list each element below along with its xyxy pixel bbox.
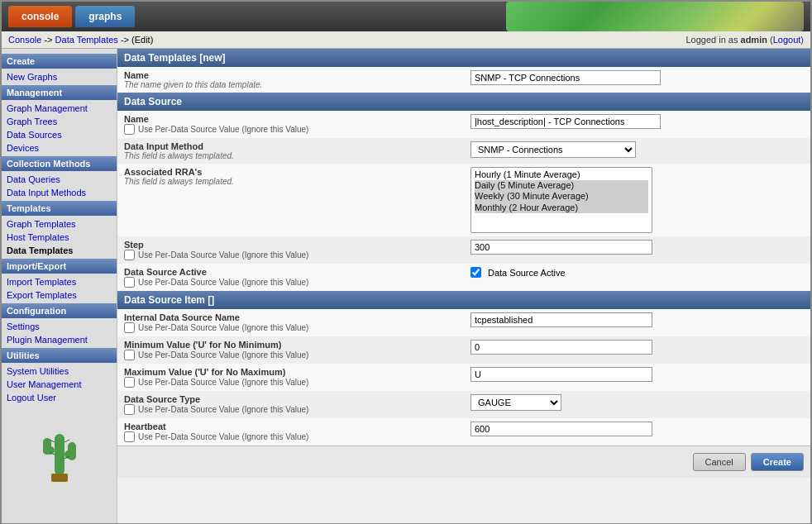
rra-option-weekly[interactable]: Weekly (30 Minute Average) <box>475 191 648 202</box>
internal-ds-name-checkbox-text: Use Per-Data Source Value (Ignore this V… <box>138 323 308 332</box>
data-input-method-select[interactable]: SNMP - Connections <box>470 141 636 158</box>
ds-active-check-cell: Data Source Active <box>464 264 810 291</box>
max-value-row: Maximum Value ('U' for No Maximum) Use P… <box>117 364 810 391</box>
ds-type-checkbox[interactable] <box>124 404 135 415</box>
breadcrumb-arrow2: -> <box>121 35 129 45</box>
sidebar-item-user-management[interactable]: User Management <box>2 378 117 391</box>
rra-listbox[interactable]: Hourly (1 Minute Average) Daily (5 Minut… <box>470 167 652 233</box>
create-button[interactable]: Create <box>751 453 804 471</box>
svg-line-6 <box>64 440 69 442</box>
cancel-button[interactable]: Cancel <box>693 453 746 471</box>
name-label-cell: Name The name given to this data templat… <box>117 67 464 93</box>
sidebar-item-plugin-management[interactable]: Plugin Management <box>2 333 117 346</box>
heartbeat-checkbox[interactable] <box>124 431 135 442</box>
max-value-input-cell <box>464 364 810 391</box>
heartbeat-label-cell: Heartbeat Use Per-Data Source Value (Ign… <box>117 418 464 445</box>
step-input[interactable] <box>470 240 652 255</box>
breadcrumb-data-templates[interactable]: Data Templates <box>55 35 118 45</box>
sidebar: Create New Graphs Management Graph Manag… <box>2 49 117 523</box>
max-value-checkbox-label[interactable]: Use Per-Data Source Value (Ignore this V… <box>124 377 457 388</box>
sidebar-header-collection-methods: Collection Methods <box>2 156 117 171</box>
ds-type-row: Data Source Type Use Per-Data Source Val… <box>117 391 810 418</box>
step-checkbox-label[interactable]: Use Per-Data Source Value (Ignore this V… <box>124 250 457 260</box>
header-banner <box>506 2 804 31</box>
sidebar-item-settings[interactable]: Settings <box>2 320 117 333</box>
rra-option-daily[interactable]: Daily (5 Minute Average) <box>475 180 648 191</box>
max-value-input[interactable] <box>470 367 652 382</box>
ds-name-input-cell <box>464 111 810 138</box>
data-templates-form: Name The name given to this data templat… <box>117 67 810 93</box>
internal-ds-name-checkbox[interactable] <box>124 322 135 333</box>
sidebar-item-graph-management[interactable]: Graph Management <box>2 102 117 115</box>
name-label: Name <box>124 70 457 80</box>
ds-name-checkbox-label[interactable]: Use Per-Data Source Value (Ignore this V… <box>124 124 457 135</box>
heartbeat-row: Heartbeat Use Per-Data Source Value (Ign… <box>117 418 810 445</box>
data-input-method-label: Data Input Method <box>124 141 457 151</box>
min-value-row: Minimum Value ('U' for No Minimum) Use P… <box>117 336 810 364</box>
ds-type-select[interactable]: GAUGE COUNTER DERIVE ABSOLUTE <box>470 394 561 411</box>
min-value-checkbox-label[interactable]: Use Per-Data Source Value (Ignore this V… <box>124 350 457 360</box>
data-source-form: Name Use Per-Data Source Value (Ignore t… <box>117 111 810 291</box>
ds-active-checkbox-text: Use Per-Data Source Value (Ignore this V… <box>138 278 308 287</box>
breadcrumb-edit: (Edit) <box>131 35 153 45</box>
min-value-label-cell: Minimum Value ('U' for No Minimum) Use P… <box>117 336 464 364</box>
sidebar-item-data-sources[interactable]: Data Sources <box>2 128 117 141</box>
max-value-checkbox-text: Use Per-Data Source Value (Ignore this V… <box>138 378 308 387</box>
heartbeat-checkbox-label[interactable]: Use Per-Data Source Value (Ignore this V… <box>124 431 457 442</box>
ds-active-checkbox[interactable] <box>124 277 135 288</box>
svg-rect-0 <box>55 434 64 475</box>
sidebar-item-system-utilities[interactable]: System Utilities <box>2 364 117 378</box>
data-input-method-label-cell: Data Input Method This field is always t… <box>117 138 464 164</box>
data-input-method-desc: This field is always templated. <box>124 151 457 160</box>
logout-link[interactable]: Logout <box>773 35 801 45</box>
sidebar-item-graph-trees[interactable]: Graph Trees <box>2 115 117 128</box>
name-input-cell <box>464 67 810 93</box>
ds-active-checked-label[interactable]: Data Source Active <box>470 267 804 278</box>
internal-ds-name-row: Internal Data Source Name Use Per-Data S… <box>117 309 810 336</box>
breadcrumb: Console -> Data Templates -> (Edit) <box>8 35 153 45</box>
sidebar-item-new-graphs[interactable]: New Graphs <box>2 70 117 83</box>
heartbeat-input-cell <box>464 418 810 445</box>
sidebar-header-management: Management <box>2 85 117 100</box>
ds-name-checkbox[interactable] <box>124 124 135 135</box>
rra-option-hourly[interactable]: Hourly (1 Minute Average) <box>475 169 648 180</box>
heartbeat-input[interactable] <box>470 422 652 436</box>
sidebar-header-templates: Templates <box>2 201 117 216</box>
step-checkbox[interactable] <box>124 250 135 260</box>
internal-ds-name-input-cell <box>464 309 810 336</box>
ds-type-checkbox-label[interactable]: Use Per-Data Source Value (Ignore this V… <box>124 404 457 415</box>
sidebar-item-host-templates[interactable]: Host Templates <box>2 231 117 244</box>
sidebar-header-utilities: Utilities <box>2 348 117 363</box>
sidebar-header-import-export: Import/Export <box>2 259 117 274</box>
step-input-cell <box>464 236 810 264</box>
graphs-tab[interactable]: graphs <box>75 6 135 27</box>
sidebar-item-graph-templates[interactable]: Graph Templates <box>2 217 117 231</box>
min-value-checkbox[interactable] <box>124 350 135 360</box>
sidebar-item-devices[interactable]: Devices <box>2 141 117 155</box>
min-value-input[interactable] <box>470 340 652 355</box>
breadcrumb-console[interactable]: Console <box>8 35 41 45</box>
data-input-method-row: Data Input Method This field is always t… <box>117 138 810 164</box>
heartbeat-checkbox-text: Use Per-Data Source Value (Ignore this V… <box>138 432 308 441</box>
ds-name-input[interactable] <box>470 114 661 129</box>
sidebar-item-data-queries[interactable]: Data Queries <box>2 173 117 186</box>
internal-ds-name-input[interactable] <box>470 312 652 327</box>
max-value-label: Maximum Value ('U' for No Maximum) <box>124 367 457 377</box>
internal-ds-name-checkbox-label[interactable]: Use Per-Data Source Value (Ignore this V… <box>124 322 457 333</box>
template-name-input[interactable] <box>470 70 661 85</box>
ds-active-enabled-checkbox[interactable] <box>470 267 481 278</box>
max-value-checkbox[interactable] <box>124 377 135 388</box>
breadcrumb-arrow1: -> <box>44 35 52 45</box>
main-layout: Create New Graphs Management Graph Manag… <box>2 49 810 523</box>
sidebar-item-data-input-methods[interactable]: Data Input Methods <box>2 186 117 199</box>
rra-desc: This field is always templated. <box>124 177 457 186</box>
sidebar-item-logout-user[interactable]: Logout User <box>2 391 117 404</box>
sidebar-item-import-templates[interactable]: Import Templates <box>2 275 117 288</box>
console-tab[interactable]: console <box>8 6 72 27</box>
sidebar-item-data-templates[interactable]: Data Templates <box>2 244 117 257</box>
sidebar-item-export-templates[interactable]: Export Templates <box>2 288 117 302</box>
rra-option-monthly[interactable]: Monthly (2 Hour Average) <box>475 202 648 213</box>
name-desc: The name given to this data template. <box>124 80 457 89</box>
svg-rect-9 <box>51 474 68 482</box>
ds-active-checkbox-label[interactable]: Use Per-Data Source Value (Ignore this V… <box>124 277 457 288</box>
